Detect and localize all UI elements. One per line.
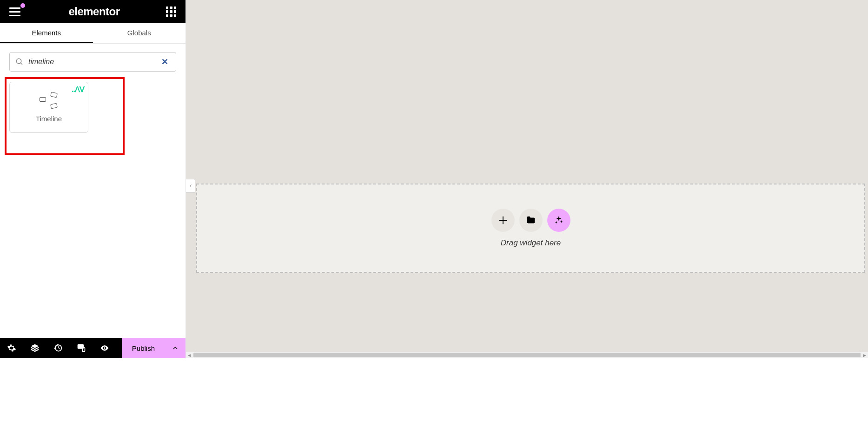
search-icon	[15, 58, 24, 66]
history-icon	[53, 343, 63, 353]
drop-actions	[491, 209, 570, 232]
panel-tabs: Elements Globals	[0, 23, 186, 44]
sidebar-header: elementor	[0, 0, 186, 23]
widgets-list: ..ᐱᐯ Timeline	[0, 80, 186, 135]
widget-timeline[interactable]: ..ᐱᐯ Timeline	[9, 82, 88, 133]
scroll-right-arrow[interactable]: ►	[861, 352, 868, 358]
widget-pro-badge-icon: ..ᐱᐯ	[72, 85, 84, 94]
search-box: ✕	[9, 52, 176, 72]
clear-search-button[interactable]: ✕	[159, 57, 170, 67]
tab-globals[interactable]: Globals	[93, 23, 186, 43]
svg-point-0	[16, 59, 21, 64]
folder-icon	[526, 215, 536, 225]
sparkle-icon	[554, 215, 564, 225]
preview-button[interactable]	[93, 338, 116, 358]
chevron-left-icon	[188, 184, 193, 188]
horizontal-scrollbar[interactable]: ◄ ►	[186, 352, 868, 358]
plus-icon	[498, 215, 508, 225]
layers-icon	[30, 343, 40, 353]
tab-elements[interactable]: Elements	[0, 23, 93, 43]
chevron-up-icon	[172, 344, 179, 352]
history-button[interactable]	[46, 338, 70, 358]
publish-options-button[interactable]	[165, 338, 186, 358]
apps-grid-button[interactable]	[166, 7, 176, 17]
collapse-panel-button[interactable]	[186, 179, 195, 193]
gear-icon	[7, 343, 16, 353]
scroll-left-arrow[interactable]: ◄	[186, 352, 192, 358]
add-section-button[interactable]	[491, 209, 515, 232]
logo: elementor	[68, 5, 119, 18]
eye-icon	[100, 343, 109, 353]
elementor-sidebar: elementor Elements Globals ✕ ..ᐱᐯ Timeli…	[0, 0, 186, 358]
template-library-button[interactable]	[519, 209, 543, 232]
publish-button[interactable]: Publish	[122, 338, 165, 358]
notification-dot	[20, 3, 25, 8]
scroll-thumb[interactable]	[193, 353, 861, 357]
svg-line-1	[20, 63, 22, 65]
navigator-button[interactable]	[23, 338, 46, 358]
drop-zone[interactable]: Drag widget here	[196, 184, 865, 273]
timeline-icon	[40, 92, 58, 108]
settings-button[interactable]	[0, 338, 23, 358]
editor-canvas[interactable]: Drag widget here ◄ ►	[186, 0, 868, 358]
publish-area: Publish	[122, 338, 186, 358]
responsive-button[interactable]	[70, 338, 93, 358]
sidebar-footer: Publish	[0, 338, 186, 358]
widget-label: Timeline	[36, 115, 62, 123]
search-row: ✕	[0, 44, 186, 80]
drop-hint-text: Drag widget here	[501, 238, 561, 248]
responsive-icon	[77, 343, 86, 353]
search-input[interactable]	[28, 58, 155, 66]
ai-button[interactable]	[547, 209, 570, 232]
menu-button[interactable]	[9, 5, 22, 18]
